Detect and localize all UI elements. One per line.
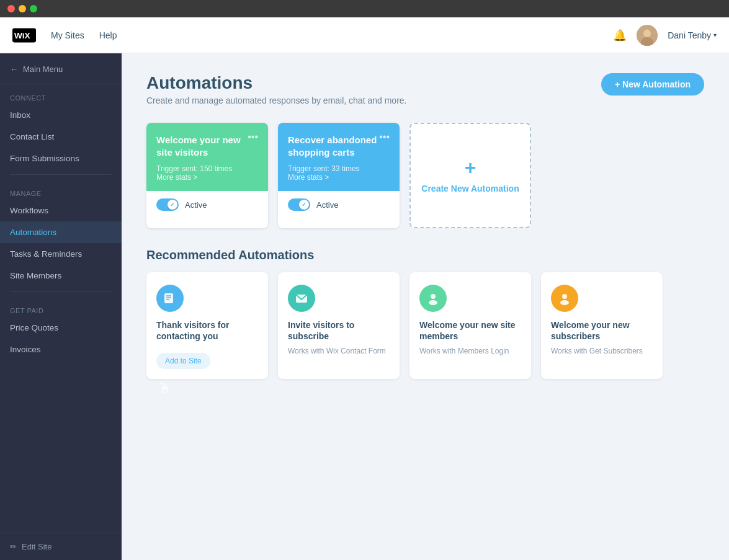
rec-icon-2 [419,285,447,312]
sidebar-item-invoices[interactable]: Invoices [0,339,122,360]
svg-text:WiX: WiX [14,31,30,40]
card-bottom-1: ✓ Active [278,191,400,218]
rec-icon-3 [551,285,578,312]
automation-card-welcome-visitors: Welcome your new site visitors Trigger s… [146,123,268,228]
card-more-menu-0[interactable]: ••• [245,130,261,144]
sidebar-divider-1 [10,174,112,175]
sidebar-item-price-quotes[interactable]: Price Quotes [0,317,122,339]
rec-icon-1 [288,285,315,312]
toggle-check-icon-0: ✓ [170,202,175,208]
window-dot-green[interactable] [30,5,37,12]
sidebar-divider-2 [10,291,112,292]
rec-card-thank-visitors[interactable]: 🖱 Thank visitors for contacting you Add … [146,272,268,379]
top-nav-links: My Sites Help [51,30,117,40]
window-chrome [0,0,729,17]
svg-point-12 [562,294,567,299]
sidebar-item-inbox[interactable]: Inbox [0,104,122,126]
automation-card-recover-carts: Recover abandoned shopping carts Trigger… [278,123,400,228]
nav-help[interactable]: Help [99,30,117,40]
user-name[interactable]: Dani Tenby ▾ [668,30,717,40]
rec-works-2: Works with Members Login [419,347,521,355]
edit-site-label: Edit Site [22,542,51,551]
page-subtitle: Create and manage automated responses by… [146,96,406,105]
app-body: ← Main Menu Connect Inbox Contact List F… [0,53,729,560]
sidebar-item-contact-list[interactable]: Contact List [0,126,122,148]
page-header: Automations Create and manage automated … [146,73,704,105]
card-more-stats-0[interactable]: More stats > [156,173,258,182]
svg-point-13 [560,300,569,305]
user-name-text: Dani Tenby [668,30,711,40]
toggle-switch-1[interactable]: ✓ [288,198,310,211]
wix-logo[interactable]: WiX [12,24,36,47]
active-label-0: Active [185,200,207,210]
card-more-menu-1[interactable]: ••• [377,130,392,144]
connect-section-label: Connect [0,84,122,104]
card-top-blue: Recover abandoned shopping carts Trigger… [278,123,400,191]
toggle-knob-0: ✓ [168,200,177,210]
main-content: Automations Create and manage automated … [122,53,729,560]
window-dot-red[interactable] [7,5,15,12]
rec-title-3: Welcome your new subscribers [551,319,653,342]
sidebar-back-label: Main Menu [23,64,63,74]
card-title-1: Recover abandoned shopping carts [288,134,390,158]
pencil-icon: ✏ [10,542,17,551]
window-dot-yellow[interactable] [19,5,26,12]
rec-title-0: Thank visitors for contacting you [156,319,258,342]
rec-title-2: Welcome your new site members [419,319,521,342]
sidebar-back-btn[interactable]: ← Main Menu [0,53,122,84]
sidebar-item-tasks-reminders[interactable]: Tasks & Reminders [0,243,122,265]
svg-point-3 [643,29,651,37]
sidebar-item-site-members[interactable]: Site Members [0,265,122,287]
edit-site-btn[interactable]: ✏ Edit Site [0,533,122,560]
rec-card-invite-visitors[interactable]: Invite visitors to subscribe Works with … [278,272,400,379]
bell-icon[interactable]: 🔔 [613,29,627,42]
nav-right: 🔔 Dani Tenby ▾ [613,25,717,46]
create-new-automation-card[interactable]: + Create New Automation [409,123,531,228]
rec-card-welcome-members[interactable]: Welcome your new site members Works with… [409,272,531,379]
rec-works-3: Works with Get Subscribers [551,347,653,355]
card-top-green: Welcome your new site visitors Trigger s… [146,123,268,191]
recommended-grid: 🖱 Thank visitors for contacting you Add … [146,272,704,379]
rec-card-welcome-subscribers[interactable]: Welcome your new subscribers Works with … [541,272,663,379]
sidebar: ← Main Menu Connect Inbox Contact List F… [0,53,122,560]
card-more-stats-1[interactable]: More stats > [288,173,390,182]
plus-icon: + [465,158,476,177]
new-automation-button[interactable]: + New Automation [601,73,704,96]
rec-icon-0: 🖱 [156,285,184,312]
chevron-down-icon: ▾ [713,32,717,38]
sidebar-item-automations[interactable]: Automations [0,221,122,243]
getpaid-section-label: Get Paid [0,297,122,317]
active-automations-row: Welcome your new site visitors Trigger s… [146,123,704,228]
card-stats-1: Trigger sent: 33 times [288,164,390,173]
rec-add-to-site-btn[interactable]: Add to Site [156,353,210,369]
card-title-0: Welcome your new site visitors [156,134,258,158]
active-label-1: Active [316,200,338,210]
avatar [637,25,658,46]
nav-my-sites[interactable]: My Sites [51,30,84,40]
top-nav: WiX My Sites Help 🔔 Dani Tenby ▾ [0,17,729,53]
toggle-switch-0[interactable]: ✓ [156,198,179,211]
sidebar-item-form-submissions[interactable]: Form Submissions [0,148,122,169]
recommended-section-title: Recommended Automations [146,248,704,262]
svg-point-10 [431,294,436,299]
back-arrow-icon: ← [10,64,18,74]
toggle-knob-1: ✓ [299,200,309,210]
svg-rect-5 [164,293,173,303]
create-new-label: Create New Automation [421,184,519,193]
card-stats-0: Trigger sent: 150 times [156,164,258,173]
card-bottom-0: ✓ Active [146,191,268,218]
manage-section-label: Manage [0,180,122,200]
page-title-block: Automations Create and manage automated … [146,73,406,105]
rec-works-1: Works with Wix Contact Form [288,347,390,355]
page-title: Automations [146,73,406,93]
sidebar-item-workflows[interactable]: Workflows [0,200,122,221]
svg-point-11 [429,300,437,305]
rec-title-1: Invite visitors to subscribe [288,319,390,342]
toggle-check-icon-1: ✓ [302,202,306,208]
